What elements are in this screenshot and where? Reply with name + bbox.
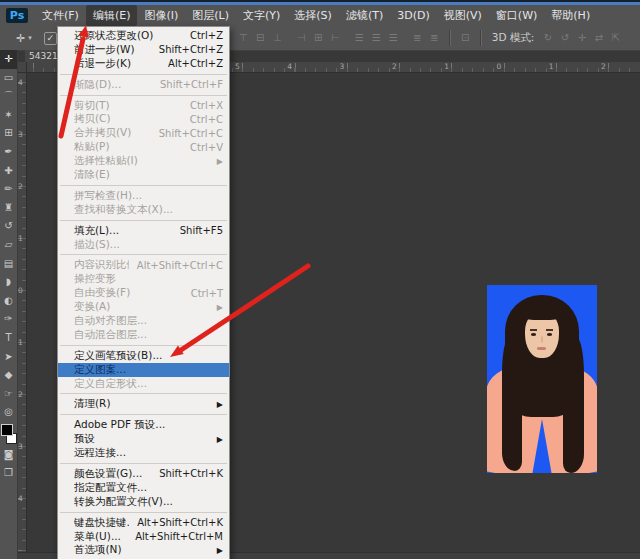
menu-item-fill[interactable]: 填充(L)...Shift+F5	[58, 224, 229, 238]
rectangular-marquee-tool[interactable]: ▭	[0, 69, 17, 88]
menu-item-transform[interactable]: 变换(A)▶	[58, 300, 229, 314]
clone-stamp-tool[interactable]: ♜	[0, 199, 17, 218]
menu-bar-items: 文件(F)编辑(E)图像(I)图层(L)文字(Y)选择(S)滤镜(T)3D(D)…	[35, 5, 597, 26]
3d-scale-button[interactable]: ⇱	[608, 30, 623, 46]
foreground-color-swatch[interactable]	[1, 424, 13, 436]
menu-item-clear[interactable]: 清除(E)	[58, 168, 229, 182]
brush-tool[interactable]: ✏	[0, 180, 17, 199]
menubar-item-file[interactable]: 文件(F)	[35, 5, 86, 26]
menubar-item-image[interactable]: 图像(I)	[137, 5, 185, 26]
screen-mode-button[interactable]: ❐	[0, 464, 17, 483]
spot-healing-brush-tool[interactable]: ✚	[0, 162, 17, 181]
menu-item-menus[interactable]: 菜单(U)...Alt+Shift+Ctrl+M	[58, 530, 229, 544]
menu-item-label: 拷贝(C)	[74, 112, 182, 126]
menu-item-presets[interactable]: 预设▶	[58, 432, 229, 446]
distribute-horizontal-centers-button[interactable]: ≣	[427, 30, 442, 46]
pen-tool[interactable]: ✑	[0, 310, 17, 329]
custom-shape-tool[interactable]: ◆	[0, 366, 17, 385]
menu-item-fade[interactable]: 渐隐(D)...Shift+Ctrl+F	[58, 78, 229, 92]
menu-item-copy-merged[interactable]: 合并拷贝(V)Shift+Ctrl+C	[58, 126, 229, 140]
tool-preset-picker[interactable]: ✛ ▾	[16, 32, 32, 45]
menu-item-assign-profile[interactable]: 指定配置文件...	[58, 481, 229, 495]
menu-item-puppet-warp[interactable]: 操控变形	[58, 272, 229, 286]
vertical-ruler-number: 2	[18, 182, 23, 191]
menu-item-step-backward[interactable]: 后退一步(K)Alt+Ctrl+Z	[58, 57, 229, 71]
menu-item-keyboard-shortcuts[interactable]: 键盘快捷键...Alt+Shift+Ctrl+K	[58, 516, 229, 530]
menu-item-define-brush-preset[interactable]: 定义画笔预设(B)...	[58, 349, 229, 363]
menu-item-shortcut: Shift+F5	[180, 225, 223, 236]
menubar-item-help[interactable]: 帮助(H)	[544, 5, 597, 26]
distribute-bottom-edges-button[interactable]: ☰	[386, 30, 401, 46]
crop-tool[interactable]: ⊞	[0, 124, 17, 143]
auto-select-checkbox[interactable]: ✓	[44, 32, 57, 45]
menu-item-label: 填充(L)...	[74, 224, 172, 238]
menubar-item-filter[interactable]: 滤镜(T)	[339, 5, 390, 26]
menu-item-find-and-replace-text[interactable]: 查找和替换文本(X)...	[58, 203, 229, 217]
menu-item-free-transform[interactable]: 自由变换(F)Ctrl+T	[58, 286, 229, 300]
type-tool[interactable]: T	[0, 329, 17, 348]
menubar-item-window[interactable]: 窗口(W)	[489, 5, 544, 26]
menu-item-auto-blend-layers[interactable]: 自动混合图层...	[58, 328, 229, 342]
color-swatches[interactable]	[1, 424, 16, 446]
align-left-edges-button[interactable]: ⊣	[294, 30, 309, 46]
menubar-item-edit[interactable]: 编辑(E)	[86, 5, 138, 26]
align-right-edges-button[interactable]: ⊢	[328, 30, 343, 46]
menubar-item-select[interactable]: 选择(S)	[287, 5, 339, 26]
menu-item-check-spelling[interactable]: 拼写检查(H)...	[58, 189, 229, 203]
menu-item-paste[interactable]: 粘贴(P)Ctrl+V	[58, 140, 229, 154]
menu-item-define-pattern[interactable]: 定义图案...	[58, 363, 229, 377]
menu-item-remote-connections[interactable]: 远程连接...	[58, 446, 229, 460]
menu-item-auto-align-layers[interactable]: 自动对齐图层...	[58, 314, 229, 328]
path-selection-tool[interactable]: ➤	[0, 348, 17, 367]
vertical-ruler: 432101234	[17, 72, 27, 552]
distribute-vertical-centers-button[interactable]: ☰	[369, 30, 384, 46]
menubar-item-type[interactable]: 文字(Y)	[236, 5, 287, 26]
quick-selection-tool[interactable]: ✶	[0, 106, 17, 125]
distribute-top-edges-button[interactable]: ☰	[352, 30, 367, 46]
3d-drag-button[interactable]: ✛	[574, 30, 589, 46]
hand-tool[interactable]: ☞	[0, 385, 17, 404]
align-vertical-centers-button[interactable]: ⊟	[253, 30, 268, 46]
menu-item-undo-state-change[interactable]: 还原状态更改(O)Ctrl+Z	[58, 29, 229, 43]
3d-slide-button[interactable]: ⇄	[591, 30, 606, 46]
eraser-tool[interactable]: ▱	[0, 236, 17, 255]
menu-item-label: 拼写检查(H)...	[74, 189, 223, 203]
align-horizontal-centers-button[interactable]: ⊞	[311, 30, 326, 46]
menu-item-preferences[interactable]: 首选项(N)▶	[58, 544, 229, 558]
menu-item-adobe-pdf-presets[interactable]: Adobe PDF 预设...	[58, 418, 229, 432]
quick-mask-button[interactable]: ◙	[0, 446, 17, 465]
3d-roll-button[interactable]: ↺	[557, 30, 572, 46]
menu-item-content-aware-scale[interactable]: 内容识别比例Alt+Shift+Ctrl+C	[58, 258, 229, 272]
canvas-id-photo[interactable]	[487, 285, 597, 473]
photo-person-eye-left	[531, 333, 536, 336]
menu-item-label: 还原状态更改(O)	[74, 29, 182, 43]
menu-item-define-custom-shape[interactable]: 定义自定形状...	[58, 377, 229, 391]
align-top-edges-button[interactable]: ⊤	[236, 30, 251, 46]
menu-item-label: 后退一步(K)	[74, 57, 160, 71]
zoom-tool[interactable]: ◎	[0, 403, 17, 422]
align-bottom-edges-button[interactable]: ⊥	[270, 30, 285, 46]
menu-item-cut[interactable]: 剪切(T)Ctrl+X	[58, 99, 229, 113]
menu-item-purge[interactable]: 清理(R)▶	[58, 397, 229, 411]
menubar-item-3d[interactable]: 3D(D)	[390, 6, 437, 25]
blur-tool[interactable]: ◗	[0, 273, 17, 292]
auto-align-layers-button[interactable]: ⊡	[458, 30, 473, 46]
gradient-tool[interactable]: ▤	[0, 255, 17, 274]
photo-person-brow-left	[530, 329, 537, 331]
3d-rotate-button[interactable]: ↻	[540, 30, 555, 46]
menubar-item-layer[interactable]: 图层(L)	[185, 5, 236, 26]
menu-item-convert-to-profile[interactable]: 转换为配置文件(V)...	[58, 495, 229, 509]
menubar-item-view[interactable]: 视图(V)	[437, 5, 489, 26]
distribute-left-edges-button[interactable]: ≣	[410, 30, 425, 46]
menu-item-stroke[interactable]: 描边(S)...	[58, 238, 229, 252]
dodge-tool[interactable]: ◐	[0, 292, 17, 311]
eyedropper-tool[interactable]: ✒	[0, 143, 17, 162]
menu-item-step-forward[interactable]: 前进一步(W)Shift+Ctrl+Z	[58, 43, 229, 57]
menu-item-paste-special[interactable]: 选择性粘贴(I)▶	[58, 154, 229, 168]
menu-item-copy[interactable]: 拷贝(C)Ctrl+C	[58, 112, 229, 126]
menu-item-color-settings[interactable]: 颜色设置(G)...Shift+Ctrl+K	[58, 467, 229, 481]
lasso-tool[interactable]: ⌒	[0, 87, 17, 106]
move-tool[interactable]: ✛	[0, 50, 17, 69]
history-brush-tool[interactable]: ↺	[0, 217, 17, 236]
menu-item-label: 首选项(N)	[74, 543, 209, 557]
